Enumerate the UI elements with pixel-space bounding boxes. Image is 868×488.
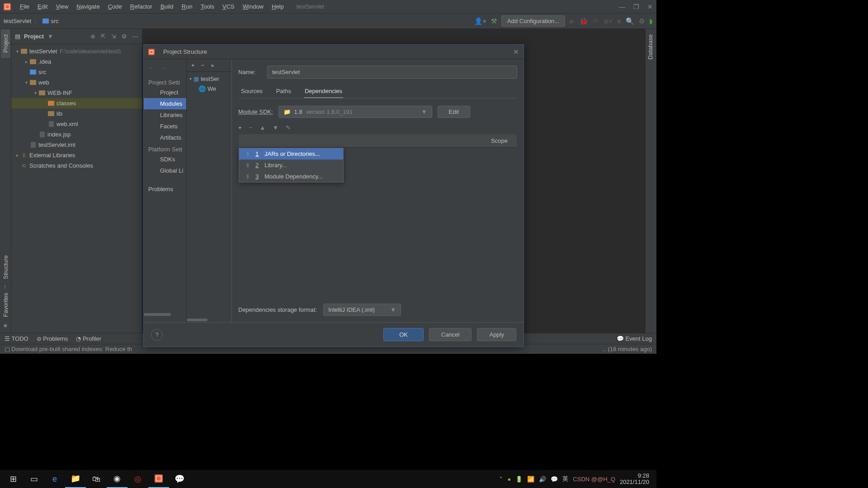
module-item[interactable]: ▾ ▦ testSer — [187, 74, 231, 84]
explorer-icon[interactable]: 📁 — [65, 470, 86, 488]
hide-icon[interactable]: — — [132, 33, 138, 40]
back-icon[interactable]: ← — [148, 65, 154, 73]
event-log-tab[interactable]: 💬 Event Log — [617, 335, 652, 342]
notification-icon[interactable]: 💬 — [551, 476, 558, 483]
move-down-icon[interactable]: ▼ — [273, 124, 278, 131]
menu-file[interactable]: File — [16, 1, 33, 12]
expand-icon[interactable]: ⇱ — [101, 33, 106, 40]
popup-item-module-dependency-[interactable]: ⫴3Module Dependency... — [239, 171, 343, 182]
remove-dependency-icon[interactable]: − — [249, 124, 253, 131]
battery-icon[interactable]: 🔋 — [515, 476, 523, 483]
tray-chevron-icon[interactable]: ˄ — [500, 476, 503, 483]
tree-item--idea[interactable]: ▸.idea — [11, 56, 142, 67]
category-problems[interactable]: Problems — [144, 183, 186, 195]
menu-view[interactable]: View — [52, 1, 72, 12]
debug-icon[interactable]: 🐞 — [580, 17, 588, 25]
tab-paths[interactable]: Paths — [275, 85, 292, 98]
start-button[interactable]: ⊞ — [3, 470, 24, 488]
window-icon[interactable]: ▢ — [5, 346, 10, 352]
module-sdk-combo[interactable]: 📁 1.8 version 1.8.0_191 ▼ — [278, 106, 432, 118]
tree-item-lib[interactable]: lib — [11, 108, 142, 119]
wechat-icon[interactable]: 💬 — [169, 470, 190, 488]
category-artifacts[interactable]: Artifacts — [144, 132, 186, 143]
tree-item-testservlet-iml[interactable]: testServlet.iml — [11, 140, 142, 150]
panel-title[interactable]: Project — [24, 33, 44, 40]
store-icon[interactable]: 🛍 — [86, 470, 107, 488]
tree-item-web-xml[interactable]: web.xml — [11, 119, 142, 129]
module-name-input[interactable] — [267, 66, 517, 79]
maximize-button[interactable]: ❐ — [633, 3, 639, 10]
menu-refactor[interactable]: Refactor — [127, 1, 156, 12]
tree-item-web-inf[interactable]: ▾WEB-INF — [11, 88, 142, 98]
problems-tab[interactable]: ⊘ Problems — [37, 335, 68, 342]
menu-run[interactable]: Run — [178, 1, 196, 12]
category-global-libraries[interactable]: Global Li — [144, 165, 186, 176]
menu-code[interactable]: Code — [104, 1, 126, 12]
menu-build[interactable]: Build — [157, 1, 177, 12]
coverage-icon[interactable]: ⟳ — [593, 17, 599, 25]
storage-format-combo[interactable]: IntelliJ IDEA (.iml) ▼ — [323, 304, 401, 316]
tray-app-icon[interactable]: ● — [507, 476, 511, 483]
add-configuration-button[interactable]: Add Configuration... — [501, 15, 565, 27]
dropdown-icon[interactable]: ▼ — [47, 33, 53, 40]
module-web-item[interactable]: 🌐 We — [187, 84, 231, 94]
category-project[interactable]: Project — [144, 87, 186, 98]
database-tool-tab[interactable]: Database — [646, 29, 655, 65]
netease-icon[interactable]: ◎ — [127, 470, 148, 488]
category-sdks[interactable]: SDKs — [144, 154, 186, 165]
close-icon[interactable]: ✕ — [513, 48, 519, 56]
ok-button[interactable]: OK — [383, 328, 424, 341]
apply-button[interactable]: Apply — [477, 328, 516, 341]
add-module-icon[interactable]: + — [191, 62, 195, 69]
intellij-taskbar-icon[interactable] — [148, 470, 169, 488]
menu-tools[interactable]: Tools — [197, 1, 218, 12]
todo-tab[interactable]: ☰ TODO — [5, 335, 28, 342]
tree-item-classes[interactable]: classes — [11, 98, 142, 108]
settings-icon[interactable]: ⚙ — [639, 17, 645, 25]
ime-icon[interactable]: 英 — [562, 475, 568, 483]
tree-item-external-libraries[interactable]: ▸⫴External Libraries — [11, 150, 142, 160]
clock[interactable]: 9:28 2021/11/20 — [620, 473, 649, 486]
profile-icon[interactable]: ◉▾ — [603, 17, 613, 25]
tab-sources[interactable]: Sources — [240, 85, 264, 98]
favorites-tool-tab[interactable]: Favorites — [1, 287, 10, 322]
category-facets[interactable]: Facets — [144, 121, 186, 132]
profiler-tab[interactable]: ◔ Profiler — [76, 335, 101, 342]
edge-icon[interactable]: e — [44, 470, 65, 488]
move-up-icon[interactable]: ▲ — [259, 124, 265, 131]
more-icon[interactable]: » — [211, 62, 214, 69]
gear-icon[interactable]: ⚙ — [122, 33, 127, 40]
tree-item-src[interactable]: src — [11, 67, 142, 77]
menu-help[interactable]: Help — [268, 1, 288, 12]
locate-icon[interactable]: ⊕ — [90, 33, 95, 40]
tree-item-index-jsp[interactable]: index.jsp — [11, 129, 142, 140]
edit-dependency-icon[interactable]: ✎ — [286, 124, 291, 131]
tree-item-testservlet[interactable]: ▾testServletF:\code\idea\servlet\testS — [11, 46, 142, 56]
close-button[interactable]: ✕ — [647, 3, 653, 10]
breadcrumb-project[interactable]: testServlet — [4, 18, 31, 24]
dependency-table[interactable]: Scope ⫴1JARs or Directories...⫴2Library.… — [238, 134, 517, 297]
category-modules[interactable]: Modules — [144, 98, 186, 109]
run-icon[interactable]: ▶ — [570, 17, 575, 25]
chrome-icon[interactable]: ◉ — [107, 470, 127, 488]
breadcrumb-src[interactable]: src — [42, 18, 58, 24]
wifi-icon[interactable]: 📶 — [527, 476, 534, 483]
stop-icon[interactable]: ■ — [617, 17, 621, 25]
help-button[interactable]: ? — [151, 329, 163, 341]
plugin-icon[interactable]: ◗ — [649, 17, 653, 25]
search-icon[interactable]: 🔍 — [626, 17, 634, 25]
popup-item-library-[interactable]: ⫴2Library... — [239, 160, 343, 171]
volume-icon[interactable]: 🔊 — [539, 476, 546, 483]
project-tool-tab[interactable]: Project — [1, 29, 10, 58]
scrollbar-thumb[interactable] — [144, 313, 171, 316]
tree-item-scratches-and-consoles[interactable]: ⎋Scratches and Consoles — [11, 160, 142, 171]
menu-window[interactable]: Window — [239, 1, 267, 12]
forward-icon[interactable]: → — [160, 65, 166, 73]
minimize-button[interactable]: — — [619, 3, 625, 10]
project-tree[interactable]: ▾testServletF:\code\idea\servlet\testS▸.… — [11, 44, 142, 333]
task-view-icon[interactable]: ▭ — [24, 470, 44, 488]
structure-tool-tab[interactable]: Structure — [1, 250, 10, 285]
tab-dependencies[interactable]: Dependencies — [304, 85, 343, 98]
edit-sdk-button[interactable]: Edit — [438, 106, 470, 118]
scrollbar-thumb[interactable] — [187, 319, 208, 321]
